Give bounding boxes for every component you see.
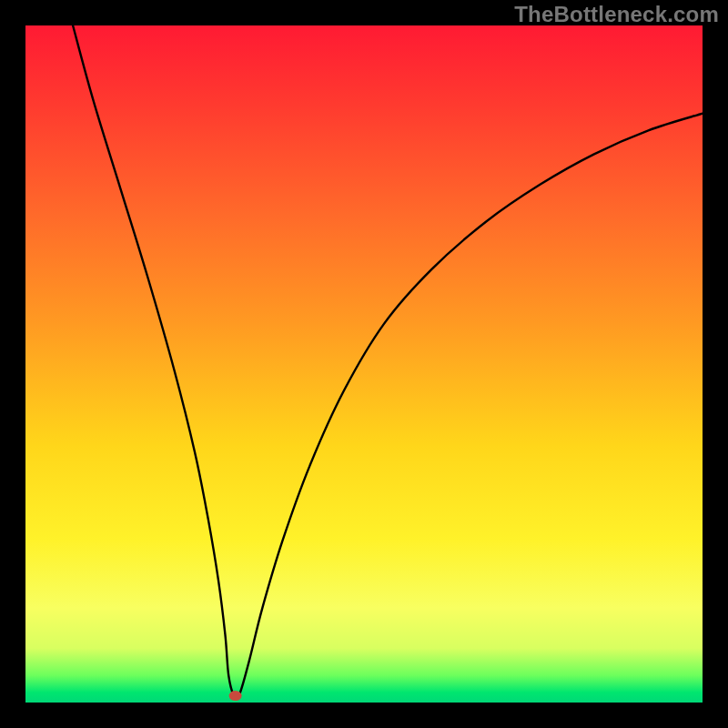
optimum-marker [229, 691, 242, 701]
chart-frame: TheBottleneck.com [0, 0, 728, 728]
curve-layer [25, 25, 703, 703]
plot-area [25, 25, 703, 703]
attribution-text: TheBottleneck.com [514, 2, 719, 27]
bottleneck-curve [73, 25, 703, 699]
